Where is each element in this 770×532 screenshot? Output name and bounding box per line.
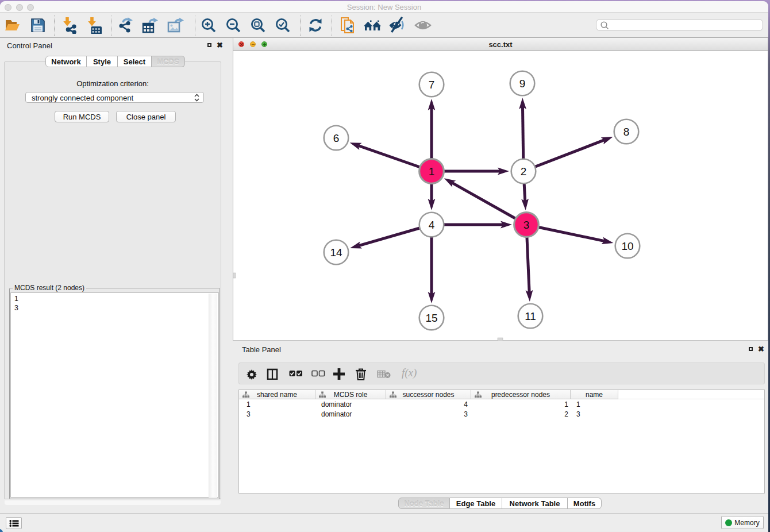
svg-text:11: 11 bbox=[525, 310, 536, 322]
svg-text:15: 15 bbox=[425, 312, 437, 324]
svg-text:14: 14 bbox=[330, 246, 342, 259]
svg-text:4: 4 bbox=[429, 219, 435, 231]
svg-text:8: 8 bbox=[623, 126, 630, 138]
svg-text:3: 3 bbox=[523, 219, 530, 231]
svg-text:9: 9 bbox=[519, 78, 526, 90]
svg-text:6: 6 bbox=[333, 132, 340, 144]
svg-text:1: 1 bbox=[429, 165, 435, 178]
svg-text:10: 10 bbox=[621, 240, 633, 252]
svg-text:2: 2 bbox=[521, 165, 527, 178]
svg-text:7: 7 bbox=[429, 79, 435, 91]
